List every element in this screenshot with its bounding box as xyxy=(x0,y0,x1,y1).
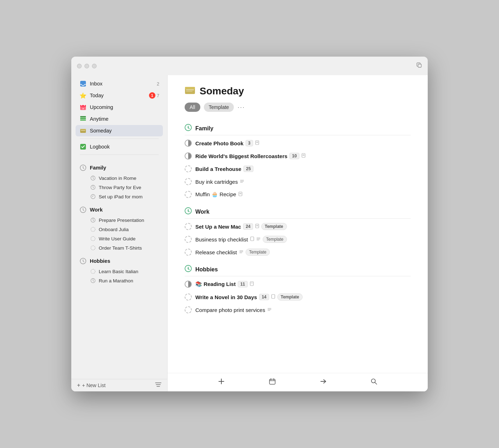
sidebar-section-header-work[interactable]: Work xyxy=(76,204,163,215)
party-icon xyxy=(90,184,96,191)
work-section-icon xyxy=(79,206,87,214)
task-circle-trip xyxy=(185,236,192,243)
photo-book-badge: 3 xyxy=(246,140,253,146)
reading-note-icon xyxy=(250,281,254,287)
maximize-button[interactable] xyxy=(92,64,97,68)
ipad-label: Set up iPad for mom xyxy=(99,194,143,199)
vacation-label: Vacation in Rome xyxy=(99,176,137,181)
mac-template-badge: Template xyxy=(261,223,287,230)
sidebar-item-logbook[interactable]: Logbook xyxy=(76,141,163,152)
close-button[interactable] xyxy=(77,64,82,68)
task-create-photo-book[interactable]: Create Photo Book 3 xyxy=(185,137,411,150)
filter-template[interactable]: Template xyxy=(204,103,234,112)
task-circle-treehouse xyxy=(185,165,192,172)
filter-icon[interactable] xyxy=(155,382,161,389)
task-photo-print[interactable]: Compare photo print services xyxy=(185,303,411,316)
vacation-icon xyxy=(90,175,96,181)
task-circle-release xyxy=(185,249,192,256)
task-circle-photo-book xyxy=(185,140,192,147)
svg-point-74 xyxy=(371,379,375,383)
search-button[interactable] xyxy=(367,376,380,388)
today-badge: 1 xyxy=(149,92,155,99)
tshirts-icon xyxy=(90,245,96,251)
someday-icon xyxy=(79,127,87,135)
task-label-photo-print: Compare photo print services xyxy=(195,307,411,313)
onboard-icon xyxy=(90,226,96,233)
task-new-mac[interactable]: Set Up a New Mac 24 Template xyxy=(185,220,411,233)
svg-rect-13 xyxy=(81,130,85,131)
inbox-icon xyxy=(79,80,87,88)
main-footer xyxy=(168,373,428,391)
add-button[interactable] xyxy=(215,376,228,388)
svg-rect-0 xyxy=(418,64,421,67)
sidebar-sub-italian[interactable]: Learn Basic Italian xyxy=(76,267,163,276)
svg-rect-70 xyxy=(269,379,275,384)
minimize-button[interactable] xyxy=(84,64,89,68)
photo-print-checklist-icon xyxy=(267,307,272,313)
ink-checklist-icon xyxy=(240,179,244,184)
new-list-button[interactable]: + + New List xyxy=(77,382,106,389)
task-reading-list[interactable]: 📚 Reading List 11 xyxy=(185,278,411,291)
photo-book-note-icon xyxy=(255,140,259,146)
task-rollercoasters[interactable]: Ride World's Biggest Rollercoasters 10 xyxy=(185,150,411,162)
task-label-treehouse: Build a Treehouse 25 xyxy=(195,166,411,172)
filter-more[interactable]: ··· xyxy=(237,104,245,111)
sidebar-sub-guide[interactable]: Write User Guide xyxy=(76,234,163,243)
section-family: Family xyxy=(185,118,411,135)
muffin-note-icon xyxy=(238,192,242,197)
sidebar-sub-vacation[interactable]: Vacation in Rome xyxy=(76,173,163,183)
sidebar-sub-party[interactable]: Throw Party for Eve xyxy=(76,183,163,192)
svg-rect-33 xyxy=(186,91,192,92)
task-treehouse[interactable]: Build a Treehouse 25 xyxy=(185,162,411,175)
task-label-photo-book: Create Photo Book 3 xyxy=(195,140,411,146)
sidebar-sub-ipad[interactable]: Set up iPad for mom xyxy=(76,192,163,201)
pres-label: Prepare Presentation xyxy=(99,218,144,223)
svg-point-61 xyxy=(187,268,189,270)
task-muffin[interactable]: Muffin 🧁 Recipe xyxy=(185,188,411,201)
sidebar-sub-presentation[interactable]: Prepare Presentation xyxy=(76,215,163,225)
filter-bar: All Template ··· xyxy=(185,103,411,112)
sidebar-item-today[interactable]: ⭐ Today 1 7 xyxy=(76,90,163,101)
task-label-release: Release checklist Template xyxy=(195,249,411,256)
family-section-label: Family xyxy=(90,165,106,171)
svg-rect-32 xyxy=(186,89,194,90)
task-label-novel: Write a Novel in 30 Days 14 Template xyxy=(195,293,411,301)
main-title: Someday xyxy=(200,85,244,97)
task-circle-reading xyxy=(185,281,192,288)
divider-2 xyxy=(80,155,159,155)
sidebar-item-upcoming[interactable]: ▸ Upcoming xyxy=(76,101,163,113)
sidebar-item-inbox[interactable]: Inbox 2 xyxy=(76,78,163,89)
trip-note-icon xyxy=(250,236,254,242)
task-ink[interactable]: Buy ink cartridges xyxy=(185,175,411,188)
calendar-button[interactable] xyxy=(266,376,279,388)
sidebar-sub-marathon[interactable]: Run a Marathon xyxy=(76,276,163,285)
sidebar-section-header-family[interactable]: Family xyxy=(76,162,163,173)
task-novel[interactable]: Write a Novel in 30 Days 14 Template xyxy=(185,291,411,303)
sidebar-section-work: Work Prepare Presentation Onboard Julia xyxy=(71,202,167,253)
sidebar-item-anytime[interactable]: Anytime xyxy=(76,113,163,125)
hobbies-title: Hobbies xyxy=(195,266,218,273)
task-release-checklist[interactable]: Release checklist Template xyxy=(185,246,411,259)
hobbies-section-label: Hobbies xyxy=(90,258,110,264)
svg-point-23 xyxy=(91,246,95,250)
task-circle-rollercoasters xyxy=(185,152,192,160)
filter-all[interactable]: All xyxy=(185,103,200,112)
task-circle-ink xyxy=(185,178,192,185)
inbox-label: Inbox xyxy=(90,81,157,87)
traffic-lights xyxy=(77,64,97,68)
copy-icon[interactable] xyxy=(416,62,422,69)
sidebar-sub-tshirts[interactable]: Order Team T-Shirts xyxy=(76,243,163,252)
reading-badge: 11 xyxy=(238,281,247,287)
task-business-trip[interactable]: Business trip checklist Template xyxy=(185,233,411,246)
sidebar-section-header-hobbies[interactable]: Hobbies xyxy=(76,255,163,267)
arrow-button[interactable] xyxy=(317,376,329,388)
task-circle-photo-print xyxy=(185,306,192,313)
sidebar-item-someday[interactable]: Someday xyxy=(76,125,163,136)
novel-badge: 14 xyxy=(259,294,269,300)
treehouse-badge: 25 xyxy=(243,166,253,172)
svg-line-75 xyxy=(375,382,377,384)
sidebar-top: Inbox 2 ⭐ Today 1 7 xyxy=(71,75,167,160)
someday-label: Someday xyxy=(90,128,159,134)
svg-point-18 xyxy=(91,194,95,199)
sidebar-sub-onboard[interactable]: Onboard Julia xyxy=(76,225,163,234)
